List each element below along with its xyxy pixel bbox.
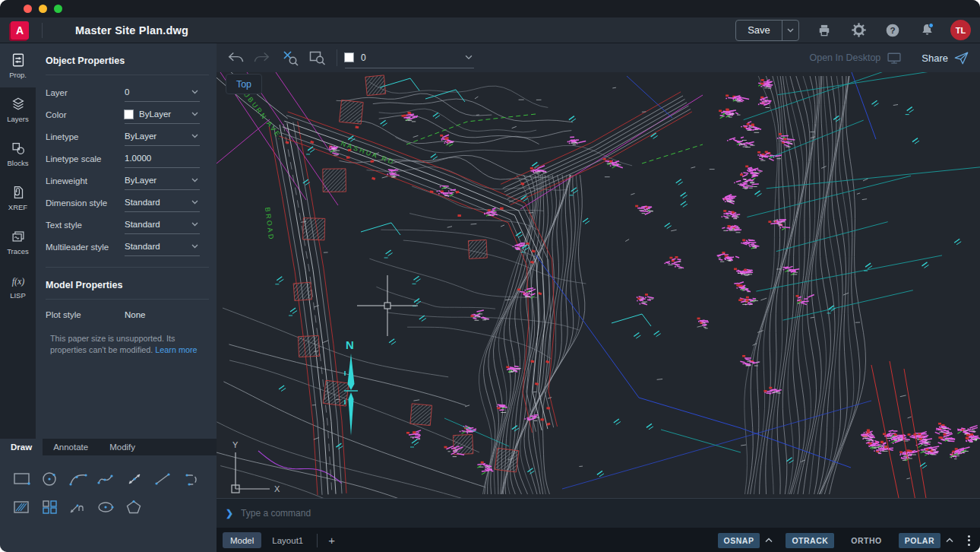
property-row-dimension-style: Dimension style Standard xyxy=(46,192,217,214)
rail-item-traces[interactable]: Traces xyxy=(0,220,36,264)
zoom-window-icon xyxy=(308,49,327,66)
close-window-button[interactable] xyxy=(24,5,32,13)
tool-arc-continue[interactable] xyxy=(176,465,204,493)
share-button[interactable]: Share xyxy=(922,51,969,65)
property-row-layer: Layer 0 xyxy=(46,81,217,103)
zoom-to-selection-button[interactable] xyxy=(281,48,301,68)
tool-ellipse[interactable] xyxy=(92,493,120,521)
tab-modify[interactable]: Modify xyxy=(99,439,146,455)
lisp-icon: f(x) xyxy=(8,272,28,289)
current-layer-dropdown[interactable]: 0 xyxy=(345,48,474,68)
property-row-plot-style: Plot style None xyxy=(46,303,217,325)
undo-button[interactable] xyxy=(226,48,245,68)
save-options-button[interactable] xyxy=(782,21,798,40)
viewcube-top-badge[interactable]: Top xyxy=(226,74,262,94)
learn-more-link[interactable]: Learn more xyxy=(155,345,197,354)
chevron-down-icon xyxy=(191,134,198,138)
toggle-polar[interactable]: POLAR xyxy=(899,533,940,548)
notifications-button[interactable] xyxy=(918,21,936,40)
chevron-up-icon xyxy=(946,538,953,543)
command-input[interactable] xyxy=(239,507,980,519)
help-button[interactable]: ? xyxy=(884,21,902,40)
field-value: 1.0000 xyxy=(125,154,151,163)
print-button[interactable] xyxy=(815,21,833,40)
properties-panel: Object Properties Layer 0 Color ByLayer xyxy=(36,43,217,439)
tab-draw[interactable]: Draw xyxy=(0,439,43,455)
left-sidebar: Prop. Layers Blocks xyxy=(0,43,217,552)
zoom-window-button[interactable] xyxy=(308,48,327,68)
field-value: Standard xyxy=(125,198,160,207)
tool-insert-block[interactable] xyxy=(36,493,64,521)
command-bar: ❯ xyxy=(217,498,980,528)
tool-circle[interactable] xyxy=(36,465,64,493)
tool-line[interactable] xyxy=(148,465,176,493)
minimize-window-button[interactable] xyxy=(39,5,47,13)
tool-multileader[interactable] xyxy=(64,493,92,521)
text-style-dropdown[interactable]: Standard xyxy=(125,215,200,234)
header-separator xyxy=(42,23,43,38)
layer-dropdown[interactable]: 0 xyxy=(125,83,200,102)
app-header: A Master Site Plan.dwg Save xyxy=(0,17,980,43)
tool-rectangle[interactable] xyxy=(8,465,36,493)
drawing-canvas[interactable]: AUBURN AVE.BROADNASHUA RDNYX Top xyxy=(217,72,980,498)
tool-polyline[interactable] xyxy=(92,465,120,493)
save-button[interactable]: Save xyxy=(736,21,782,40)
dimension-style-dropdown[interactable]: Standard xyxy=(125,193,200,212)
field-label: Plot style xyxy=(46,310,125,319)
add-layout-button[interactable]: + xyxy=(324,534,340,547)
xref-icon xyxy=(10,184,27,201)
settings-button[interactable] xyxy=(849,21,868,40)
polar-menu-button[interactable] xyxy=(944,533,956,548)
rail-item-properties[interactable]: Prop. xyxy=(0,43,36,87)
tool-hatch[interactable] xyxy=(8,493,36,521)
tab-model[interactable]: Model xyxy=(223,532,261,548)
linetype-dropdown[interactable]: ByLayer xyxy=(125,127,200,146)
tab-annotate[interactable]: Annotate xyxy=(43,439,99,455)
chevron-up-icon xyxy=(765,538,773,543)
rail-item-blocks[interactable]: Blocks xyxy=(0,132,36,176)
chevron-down-icon xyxy=(191,244,198,249)
redo-button[interactable] xyxy=(252,48,272,68)
svg-text:Y: Y xyxy=(232,440,239,449)
multileader-style-dropdown[interactable]: Standard xyxy=(125,237,200,256)
chevron-down-icon xyxy=(191,112,198,116)
toggle-ortho[interactable]: ORTHO xyxy=(845,533,887,548)
avatar[interactable]: TL xyxy=(950,20,971,40)
toggle-otrack[interactable]: OTRACK xyxy=(786,533,834,548)
autocad-logo-icon: A xyxy=(11,21,29,40)
svg-text:NASHUA RD: NASHUA RD xyxy=(340,139,396,166)
svg-text:N: N xyxy=(346,338,354,351)
color-dropdown[interactable]: ByLayer xyxy=(125,105,200,124)
tool-arc[interactable] xyxy=(64,465,92,493)
field-value: ByLayer xyxy=(125,132,156,141)
rail-item-lisp[interactable]: f(x) LISP xyxy=(0,264,36,308)
zoom-selection-icon xyxy=(282,49,300,66)
blocks-icon xyxy=(10,140,27,157)
statusbar-separator xyxy=(317,534,318,547)
cad-drawing: AUBURN AVE.BROADNASHUA RDNYX xyxy=(217,72,980,498)
rail-item-xref[interactable]: XREF xyxy=(0,176,36,220)
open-in-desktop-button[interactable]: Open In Desktop xyxy=(809,52,902,65)
property-row-multileader-style: Multileader style Standard xyxy=(46,236,217,258)
status-bar-menu[interactable] xyxy=(963,533,974,548)
rail-item-layers[interactable]: Layers xyxy=(0,87,36,132)
property-row-linetype: Linetype ByLayer xyxy=(46,125,217,148)
tool-polygon[interactable] xyxy=(120,493,148,521)
zoom-window-button[interactable] xyxy=(54,5,62,13)
share-label: Share xyxy=(922,52,948,64)
toggle-osnap[interactable]: OSNAP xyxy=(718,533,760,548)
open-in-desktop-label: Open In Desktop xyxy=(809,52,880,63)
field-value: ByLayer xyxy=(125,176,156,185)
traces-icon xyxy=(10,228,27,245)
undo-icon xyxy=(227,51,244,65)
field-value: ByLayer xyxy=(139,109,171,119)
field-label: Linetype xyxy=(46,132,125,141)
osnap-menu-button[interactable] xyxy=(763,533,775,548)
tab-layout1[interactable]: Layout1 xyxy=(264,532,311,548)
field-label: Color xyxy=(46,110,125,119)
linetype-scale-input[interactable]: 1.0000 xyxy=(125,149,200,168)
rail-label: Blocks xyxy=(8,159,29,167)
svg-text:X: X xyxy=(274,484,280,493)
tool-xline[interactable] xyxy=(120,465,148,493)
lineweight-dropdown[interactable]: ByLayer xyxy=(125,171,200,190)
